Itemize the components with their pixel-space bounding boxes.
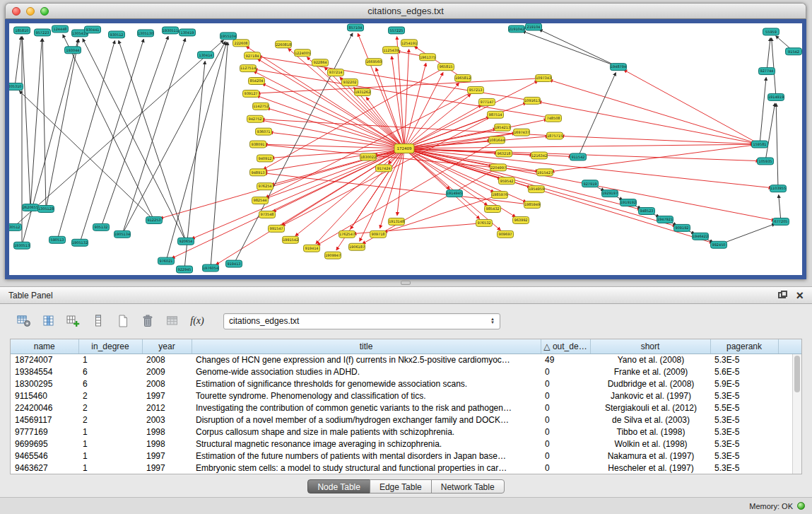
network-canvas[interactable]: 1724092226089271841127514854204939127114… [5,19,806,279]
table-cell[interactable]: 2008 [142,354,192,366]
table-cell[interactable]: 9115460 [11,390,78,402]
table-cell[interactable]: Hescheler et al. (1997) [590,462,710,474]
graph-node[interactable]: 1948794 [611,64,627,71]
graph-node[interactable]: 1965812 [455,75,471,82]
graph-node[interactable]: 1909947 [325,252,341,259]
table-cell[interactable]: 6 [78,366,142,378]
table-cell[interactable]: 5.3E-5 [710,450,778,462]
graph-node[interactable]: 748508 [546,115,562,122]
column-header[interactable]: title [192,339,541,354]
graph-node[interactable]: 105935 [758,158,774,165]
table-row[interactable]: 977716911998Corpus callosum shape and si… [11,426,801,438]
table-cell[interactable]: 5.3E-5 [710,426,778,438]
graph-node[interactable]: 957213 [468,86,484,93]
delete-button[interactable] [138,312,158,330]
table-cell[interactable]: 5.6E-5 [710,366,778,378]
graph-node[interactable]: 987514 [488,111,504,118]
graph-node[interactable]: 1142752 [253,103,269,110]
graph-node[interactable]: 205310 [9,83,23,90]
graph-node[interactable]: 957223 [35,29,51,36]
table-cell[interactable]: 19384554 [11,366,78,378]
table-cell[interactable]: 0 [541,402,590,414]
table-cell[interactable]: 5.5E-5 [710,402,778,414]
graph-node[interactable]: 1985949 [524,201,541,209]
graph-node[interactable]: 159581 [752,141,768,148]
table-cell[interactable]: 2012 [142,402,192,414]
tab-edge-table[interactable]: Edge Table [370,479,432,493]
edit-columns-button[interactable] [64,312,83,330]
column-header[interactable]: name [11,339,78,354]
graph-node[interactable]: 927919 [582,180,599,187]
table-row[interactable]: 911546021997Tourette syndrome. Phenomeno… [11,390,801,402]
table-cell[interactable]: 14569117 [11,414,78,426]
table-cell[interactable]: 18300295 [11,378,78,390]
close-panel-icon[interactable]: × [796,291,804,300]
table-cell[interactable]: 0 [541,438,590,450]
table-cell[interactable]: Stergiakouli et al. (2012) [590,402,710,414]
graph-node[interactable]: 1914919 [768,93,784,100]
graph-node[interactable]: 1697437 [514,129,530,136]
table-cell[interactable]: 1 [78,462,142,474]
table-cell[interactable]: 9699695 [11,438,78,450]
table-cell[interactable]: Estimation of significance thresholds fo… [192,378,541,390]
row-height-button[interactable] [88,312,108,330]
table-scrollbar[interactable] [792,354,801,474]
graph-node[interactable]: 919413 [226,260,242,267]
table-cell[interactable]: 1998 [142,426,192,438]
graph-node[interactable]: 2260818 [276,41,292,48]
table-cell[interactable]: Estimation of the future numbers of pati… [192,450,541,462]
graph-node[interactable]: 1955104 [220,33,237,40]
graph-node[interactable]: 857104 [348,24,364,31]
table-cell[interactable]: Disruption of a novel member of a sodium… [192,414,541,426]
table-cell[interactable]: Franke et al. (2009) [590,366,710,378]
graph-node[interactable]: 1081644 [489,136,505,144]
table-cell[interactable]: 5.3E-5 [710,354,778,366]
table-cell[interactable]: Embryonic stem cells: a model to study s… [192,462,541,474]
graph-node[interactable]: 219104 [526,23,542,30]
table-cell[interactable]: 2 [78,390,142,402]
graph-node[interactable]: 1127514 [240,65,257,72]
graph-node[interactable]: 1931262 [355,88,371,95]
graph-node[interactable]: 909718 [370,230,387,238]
column-header[interactable]: year [142,339,192,354]
graph-node[interactable]: 1830022 [360,153,377,160]
graph-node[interactable]: 1915427 [537,169,553,176]
graph-node[interactable]: 930441 [85,26,101,33]
graph-node[interactable]: 917424 [376,165,392,172]
import-table-button[interactable] [163,312,182,330]
graph-node[interactable]: 1091613 [524,97,541,104]
graph-node[interactable]: 1125439 [383,47,399,54]
graph-node[interactable]: 985432 [485,206,501,213]
graph-node[interactable]: 91542 [786,48,802,55]
graph-node[interactable]: 1947921 [657,216,673,223]
table-cell[interactable]: Structural magnetic resonance image aver… [192,438,541,450]
table-cell[interactable]: 0 [541,414,590,426]
graph-node[interactable]: 1669560 [366,59,382,66]
graph-node[interactable]: 912253 [146,216,163,223]
graph-node[interactable]: 927744 [759,68,775,75]
new-document-button[interactable] [113,312,133,330]
table-cell[interactable]: 1997 [142,462,192,474]
graph-node[interactable]: 982544 [252,197,269,204]
column-header[interactable]: pagerank [710,339,778,354]
graph-node[interactable]: 940912 [257,155,273,162]
graph-node[interactable]: 1954213 [495,124,511,131]
graph-node[interactable]: 1991542 [283,236,299,243]
table-cell[interactable]: 5.3E-5 [710,390,778,402]
table-cell[interactable]: 5.3E-5 [710,438,778,450]
table-cell[interactable]: Nakamura et al. (1997) [590,450,710,462]
splitter-handle[interactable] [401,281,411,285]
graph-node[interactable]: 1254191 [401,40,418,47]
graph-node[interactable]: 922945 [177,266,193,273]
float-panel-icon[interactable] [778,292,786,298]
graph-node[interactable]: 1919192 [620,199,637,206]
table-cell[interactable]: 1998 [142,438,192,450]
graph-node[interactable]: 590513 [49,236,66,243]
column-header[interactable]: short [590,339,710,354]
table-cell[interactable]: 1997 [142,390,192,402]
graph-node[interactable]: 942752 [247,115,264,122]
table-cell[interactable]: 9777169 [11,426,78,438]
network-graph[interactable]: 1724092226089271841127514854204939127114… [9,23,802,275]
table-cell[interactable]: Tibbo et al. (1998) [590,426,710,438]
table-cell[interactable]: 5.9E-5 [710,378,778,390]
